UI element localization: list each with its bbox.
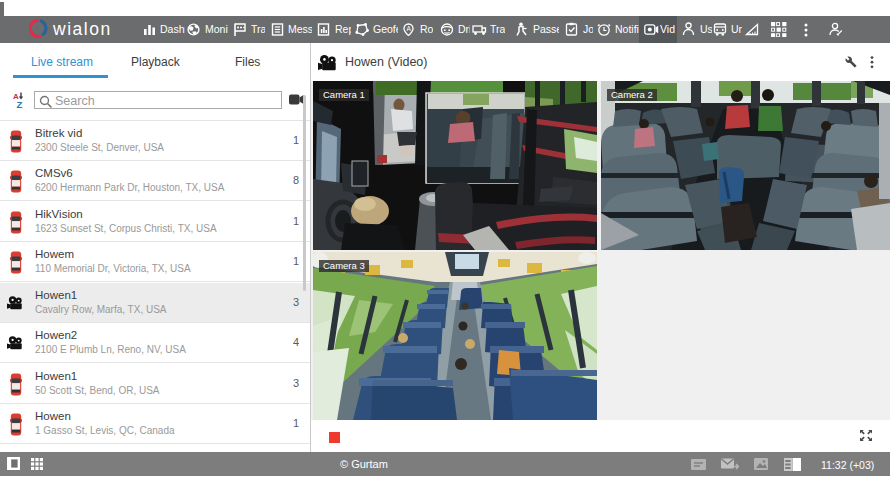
svg-text:Z: Z bbox=[17, 99, 23, 109]
svg-text:A: A bbox=[407, 25, 412, 32]
